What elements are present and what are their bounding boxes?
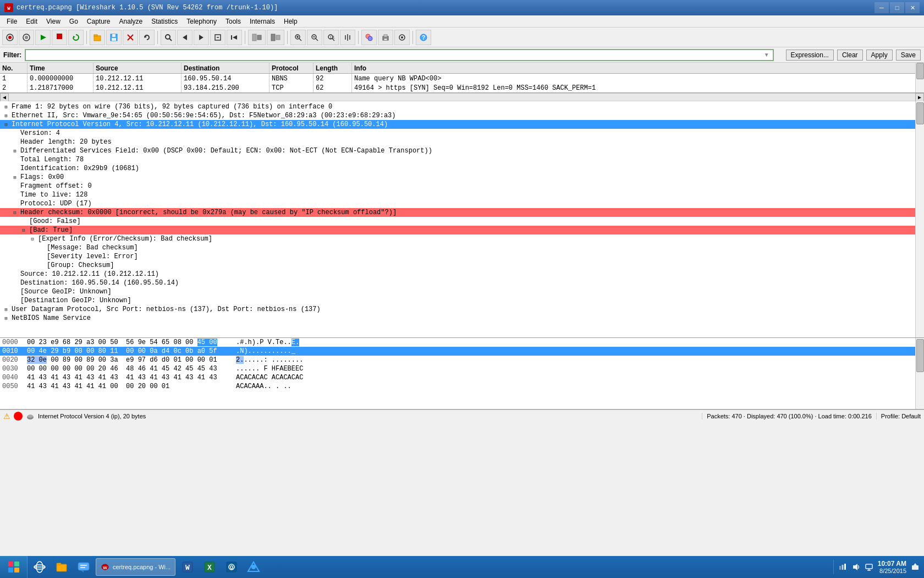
detail-ip-hdrlen[interactable]: Header length: 20 bytes	[0, 138, 924, 146]
colorize-button[interactable]	[361, 30, 377, 45]
scroll-track[interactable]	[9, 94, 915, 101]
prev-button[interactable]	[177, 30, 193, 45]
capture-interfaces-button[interactable]	[2, 30, 18, 45]
auto-scroll-button[interactable]	[267, 30, 284, 45]
col-length[interactable]: Length	[314, 63, 352, 73]
menu-view[interactable]: View	[42, 15, 65, 27]
taskbar-network-icon[interactable]	[245, 558, 262, 576]
scroll-thumb[interactable]	[916, 63, 924, 79]
filter-dropdown-icon[interactable]: ▼	[764, 52, 769, 58]
detail-ip-row[interactable]: ⊟ Internet Protocol Version 4, Src: 10.2…	[0, 120, 924, 129]
menu-internals[interactable]: Internals	[245, 15, 279, 27]
packet-list-scrollbar[interactable]	[915, 63, 924, 92]
detail-scroll-thumb[interactable]	[916, 102, 924, 124]
zoom-reset-button[interactable]: 1:1	[323, 30, 339, 45]
taskbar-excel-icon[interactable]: X	[201, 558, 218, 576]
filter-input[interactable]	[25, 49, 773, 61]
detail-ip-dsfield[interactable]: ⊞ Differentiated Services Field: 0x00 (D…	[0, 146, 924, 155]
resize-columns-button[interactable]	[340, 30, 355, 45]
print-button[interactable]	[378, 30, 393, 45]
expand-checksum-icon[interactable]: ⊟	[11, 209, 19, 216]
taskbar-wireshark-app[interactable]: W certreq.pcapng - Wi...	[96, 558, 175, 576]
col-info[interactable]: Info	[352, 63, 924, 73]
hex-row-0010[interactable]: 0010 00 4e 29 b9 00 00 80 11 00 00 0a d4…	[0, 347, 924, 356]
table-row[interactable]: 2 1.218717000 10.212.12.11 93.184.215.20…	[0, 83, 924, 92]
menu-statistics[interactable]: Statistics	[147, 15, 182, 27]
col-time[interactable]: Time	[28, 63, 94, 73]
detail-frame-row[interactable]: ⊞ Frame 1: 92 bytes on wire (736 bits), …	[0, 102, 924, 111]
expand-ip-icon[interactable]: ⊟	[2, 121, 10, 128]
zoom-out-button[interactable]	[307, 30, 322, 45]
col-protocol[interactable]: Protocol	[270, 63, 314, 73]
detail-ip-src[interactable]: Source: 10.212.12.11 (10.212.12.11)	[0, 270, 924, 279]
expand-bad-icon[interactable]: ⊟	[20, 226, 28, 234]
tray-network-icon[interactable]	[838, 563, 847, 571]
menu-telephony[interactable]: Telephony	[182, 15, 221, 27]
expand-dsfield-icon[interactable]: ⊞	[11, 147, 19, 155]
detail-udp-row[interactable]: ⊞ User Datagram Protocol, Src Port: netb…	[0, 305, 924, 314]
expression-button[interactable]: Expression...	[786, 50, 834, 61]
reload-button[interactable]	[139, 30, 155, 45]
taskbar-chat-icon[interactable]	[75, 558, 92, 576]
detail-ip-proto[interactable]: Protocol: UDP (17)	[0, 199, 924, 208]
minimize-button[interactable]: ─	[875, 2, 889, 13]
detail-netbios-row[interactable]: ⊞ NetBIOS Name Service	[0, 314, 924, 323]
goto-packet-button[interactable]	[210, 30, 226, 45]
menu-file[interactable]: File	[2, 15, 21, 27]
save-button[interactable]	[106, 30, 122, 45]
menu-analyze[interactable]: Analyze	[115, 15, 147, 27]
hex-pane-scrollbar[interactable]	[915, 338, 924, 409]
detail-ip-dst-geoip[interactable]: [Destination GeoIP: Unknown]	[0, 296, 924, 305]
detail-ip-version[interactable]: Version: 4	[0, 129, 924, 138]
detail-expert-info[interactable]: ⊟ [Expert Info (Error/Checksum): Bad che…	[0, 235, 924, 243]
detail-pane-scrollbar[interactable]	[915, 101, 924, 337]
menu-capture[interactable]: Capture	[82, 15, 115, 27]
find-packet-button[interactable]	[161, 30, 176, 45]
tray-notification-icon[interactable]	[911, 563, 920, 571]
table-row[interactable]: 1 0.000000000 10.212.12.11 160.95.50.14 …	[0, 74, 924, 83]
expand-expert-icon[interactable]: ⊟	[29, 235, 36, 243]
expand-udp-icon[interactable]: ⊞	[2, 306, 10, 313]
first-packet-button[interactable]	[227, 30, 242, 45]
expand-flags-icon[interactable]: ⊞	[11, 173, 19, 181]
menu-go[interactable]: Go	[65, 15, 82, 27]
stop-capture-button[interactable]	[52, 30, 67, 45]
expand-netbios-icon[interactable]: ⊞	[2, 314, 10, 322]
detail-ip-id[interactable]: Identification: 0x29b9 (10681)	[0, 164, 924, 173]
expand-frame-icon[interactable]: ⊞	[2, 103, 10, 111]
tray-monitor-icon[interactable]	[865, 563, 873, 571]
detail-ip-fragoffset[interactable]: Fragment offset: 0	[0, 182, 924, 190]
hex-row-0050[interactable]: 0050 41 43 41 43 41 41 41 00 00 20 00 01…	[0, 382, 924, 391]
detail-expert-msg[interactable]: [Message: Bad checksum]	[0, 243, 924, 252]
hex-scroll-thumb[interactable]	[916, 339, 924, 372]
detail-ethernet-row[interactable]: ⊞ Ethernet II, Src: Vmware_9e:54:65 (00:…	[0, 111, 924, 120]
start-button[interactable]	[0, 556, 28, 578]
help-button[interactable]: ?	[416, 30, 431, 45]
open-button[interactable]	[90, 30, 105, 45]
detail-expert-severity[interactable]: [Severity level: Error]	[0, 252, 924, 261]
detail-ip-flags[interactable]: ⊞ Flags: 0x00	[0, 173, 924, 182]
taskbar-outlook-icon[interactable]: O	[223, 558, 240, 576]
detail-ip-ttl[interactable]: Time to live: 128	[0, 190, 924, 199]
hex-row-0000[interactable]: 0000 00 23 e9 68 29 a3 00 50 56 9e 54 65…	[0, 338, 924, 347]
maximize-button[interactable]: □	[890, 2, 904, 13]
scroll-left-button[interactable]: ◀	[0, 93, 9, 102]
preferences-button[interactable]	[394, 30, 410, 45]
zoom-in-button[interactable]	[290, 30, 306, 45]
taskbar-clock[interactable]: 10:07 AM 8/25/2015	[878, 560, 906, 574]
taskbar-ie-icon[interactable]	[31, 558, 48, 576]
detail-expert-group[interactable]: [Group: Checksum]	[0, 261, 924, 270]
hex-row-0030[interactable]: 0030 00 00 00 00 00 00 20 46 48 46 41 45…	[0, 364, 924, 373]
detail-checksum-good[interactable]: [Good: False]	[0, 217, 924, 226]
col-source[interactable]: Source	[94, 63, 182, 73]
detail-ip-src-geoip[interactable]: [Source GeoIP: Unknown]	[0, 287, 924, 296]
col-no[interactable]: No.	[0, 63, 28, 73]
save-filter-button[interactable]: Save	[896, 50, 921, 61]
normal-size-button[interactable]	[248, 30, 266, 45]
menu-edit[interactable]: Edit	[21, 15, 42, 27]
detail-ip-dst[interactable]: Destination: 160.95.50.14 (160.95.50.14)	[0, 279, 924, 287]
scroll-right-button[interactable]: ▶	[915, 93, 924, 102]
menu-tools[interactable]: Tools	[221, 15, 245, 27]
close-button[interactable]: ✕	[905, 2, 920, 13]
expand-ethernet-icon[interactable]: ⊞	[2, 112, 10, 119]
